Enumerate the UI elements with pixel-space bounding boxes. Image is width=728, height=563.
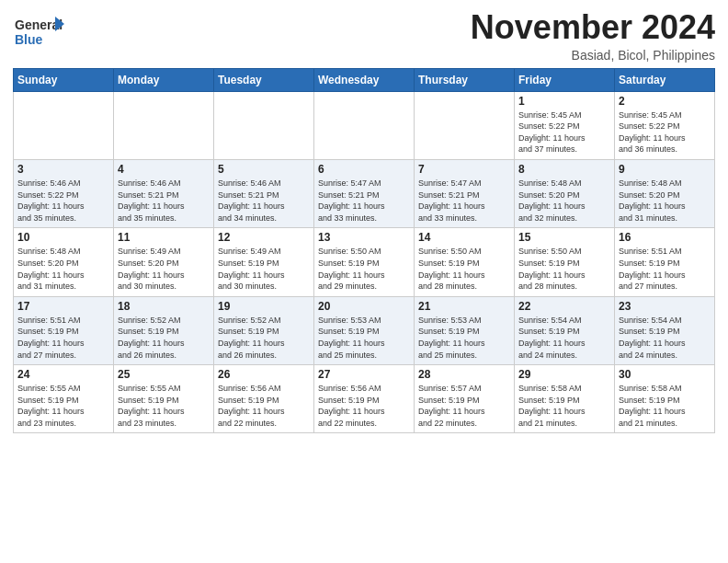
day-number: 28 <box>418 368 510 381</box>
day-number: 27 <box>318 368 410 381</box>
day-info: Sunrise: 5:58 AM Sunset: 5:19 PM Dayligh… <box>518 383 610 429</box>
calendar-table: Sunday Monday Tuesday Wednesday Thursday… <box>13 68 715 434</box>
day-number: 15 <box>518 231 610 244</box>
day-info: Sunrise: 5:45 AM Sunset: 5:22 PM Dayligh… <box>518 109 610 155</box>
day-number: 10 <box>17 231 109 244</box>
table-row: 4Sunrise: 5:46 AM Sunset: 5:21 PM Daylig… <box>114 159 214 227</box>
day-number: 3 <box>17 163 109 176</box>
table-row: 27Sunrise: 5:56 AM Sunset: 5:19 PM Dayli… <box>314 365 415 433</box>
location: Basiad, Bicol, Philippines <box>471 48 715 63</box>
table-row: 14Sunrise: 5:50 AM Sunset: 5:19 PM Dayli… <box>415 228 515 296</box>
table-row: 26Sunrise: 5:56 AM Sunset: 5:19 PM Dayli… <box>214 365 314 433</box>
table-row: 2Sunrise: 5:45 AM Sunset: 5:22 PM Daylig… <box>615 91 715 159</box>
table-row: 18Sunrise: 5:52 AM Sunset: 5:19 PM Dayli… <box>114 296 214 364</box>
day-info: Sunrise: 5:46 AM Sunset: 5:21 PM Dayligh… <box>218 178 310 224</box>
day-number: 9 <box>619 163 711 176</box>
day-info: Sunrise: 5:47 AM Sunset: 5:21 PM Dayligh… <box>418 178 510 224</box>
table-row: 13Sunrise: 5:50 AM Sunset: 5:19 PM Dayli… <box>314 228 415 296</box>
day-number: 2 <box>619 95 711 108</box>
day-number: 26 <box>218 368 310 381</box>
day-info: Sunrise: 5:51 AM Sunset: 5:19 PM Dayligh… <box>17 315 109 361</box>
day-number: 25 <box>118 368 210 381</box>
calendar-week-row: 3Sunrise: 5:46 AM Sunset: 5:22 PM Daylig… <box>14 159 715 227</box>
day-info: Sunrise: 5:50 AM Sunset: 5:19 PM Dayligh… <box>518 246 610 292</box>
day-number: 11 <box>118 231 210 244</box>
day-number: 14 <box>418 231 510 244</box>
day-number: 18 <box>118 300 210 313</box>
day-number: 5 <box>218 163 310 176</box>
day-number: 19 <box>218 300 310 313</box>
day-info: Sunrise: 5:52 AM Sunset: 5:19 PM Dayligh… <box>218 315 310 361</box>
calendar-week-row: 24Sunrise: 5:55 AM Sunset: 5:19 PM Dayli… <box>14 365 715 433</box>
day-info: Sunrise: 5:52 AM Sunset: 5:19 PM Dayligh… <box>118 315 210 361</box>
day-number: 16 <box>619 231 711 244</box>
table-row: 20Sunrise: 5:53 AM Sunset: 5:19 PM Dayli… <box>314 296 415 364</box>
table-row <box>14 91 114 159</box>
day-number: 24 <box>17 368 109 381</box>
day-info: Sunrise: 5:48 AM Sunset: 5:20 PM Dayligh… <box>17 246 109 292</box>
page: General Blue November 2024 Basiad, Bicol… <box>0 0 728 563</box>
day-info: Sunrise: 5:47 AM Sunset: 5:21 PM Dayligh… <box>318 178 410 224</box>
day-info: Sunrise: 5:56 AM Sunset: 5:19 PM Dayligh… <box>318 383 410 429</box>
col-wednesday: Wednesday <box>314 68 415 91</box>
day-info: Sunrise: 5:58 AM Sunset: 5:19 PM Dayligh… <box>619 383 711 429</box>
day-info: Sunrise: 5:53 AM Sunset: 5:19 PM Dayligh… <box>418 315 510 361</box>
col-saturday: Saturday <box>615 68 715 91</box>
day-number: 1 <box>518 95 610 108</box>
day-info: Sunrise: 5:45 AM Sunset: 5:22 PM Dayligh… <box>619 109 711 155</box>
calendar-week-row: 1Sunrise: 5:45 AM Sunset: 5:22 PM Daylig… <box>14 91 715 159</box>
day-number: 12 <box>218 231 310 244</box>
col-sunday: Sunday <box>14 68 114 91</box>
table-row: 30Sunrise: 5:58 AM Sunset: 5:19 PM Dayli… <box>615 365 715 433</box>
day-info: Sunrise: 5:56 AM Sunset: 5:19 PM Dayligh… <box>218 383 310 429</box>
day-info: Sunrise: 5:46 AM Sunset: 5:22 PM Dayligh… <box>17 178 109 224</box>
logo-svg: General Blue <box>13 13 64 52</box>
day-info: Sunrise: 5:54 AM Sunset: 5:19 PM Dayligh… <box>619 315 711 361</box>
calendar-week-row: 17Sunrise: 5:51 AM Sunset: 5:19 PM Dayli… <box>14 296 715 364</box>
day-info: Sunrise: 5:46 AM Sunset: 5:21 PM Dayligh… <box>118 178 210 224</box>
day-number: 13 <box>318 231 410 244</box>
day-number: 20 <box>318 300 410 313</box>
table-row: 22Sunrise: 5:54 AM Sunset: 5:19 PM Dayli… <box>515 296 615 364</box>
day-info: Sunrise: 5:57 AM Sunset: 5:19 PM Dayligh… <box>418 383 510 429</box>
col-thursday: Thursday <box>415 68 515 91</box>
table-row: 15Sunrise: 5:50 AM Sunset: 5:19 PM Dayli… <box>515 228 615 296</box>
table-row: 5Sunrise: 5:46 AM Sunset: 5:21 PM Daylig… <box>214 159 314 227</box>
col-friday: Friday <box>515 68 615 91</box>
table-row: 7Sunrise: 5:47 AM Sunset: 5:21 PM Daylig… <box>415 159 515 227</box>
table-row: 8Sunrise: 5:48 AM Sunset: 5:20 PM Daylig… <box>515 159 615 227</box>
table-row: 3Sunrise: 5:46 AM Sunset: 5:22 PM Daylig… <box>14 159 114 227</box>
day-info: Sunrise: 5:55 AM Sunset: 5:19 PM Dayligh… <box>118 383 210 429</box>
day-info: Sunrise: 5:50 AM Sunset: 5:19 PM Dayligh… <box>418 246 510 292</box>
table-row: 23Sunrise: 5:54 AM Sunset: 5:19 PM Dayli… <box>615 296 715 364</box>
day-number: 23 <box>619 300 711 313</box>
table-row: 25Sunrise: 5:55 AM Sunset: 5:19 PM Dayli… <box>114 365 214 433</box>
day-info: Sunrise: 5:49 AM Sunset: 5:20 PM Dayligh… <box>118 246 210 292</box>
day-info: Sunrise: 5:48 AM Sunset: 5:20 PM Dayligh… <box>619 178 711 224</box>
day-number: 21 <box>418 300 510 313</box>
table-row: 10Sunrise: 5:48 AM Sunset: 5:20 PM Dayli… <box>14 228 114 296</box>
day-info: Sunrise: 5:54 AM Sunset: 5:19 PM Dayligh… <box>518 315 610 361</box>
day-info: Sunrise: 5:53 AM Sunset: 5:19 PM Dayligh… <box>318 315 410 361</box>
table-row <box>214 91 314 159</box>
table-row <box>114 91 214 159</box>
day-number: 4 <box>118 163 210 176</box>
table-row: 19Sunrise: 5:52 AM Sunset: 5:19 PM Dayli… <box>214 296 314 364</box>
day-info: Sunrise: 5:49 AM Sunset: 5:19 PM Dayligh… <box>218 246 310 292</box>
table-row: 21Sunrise: 5:53 AM Sunset: 5:19 PM Dayli… <box>415 296 515 364</box>
table-row: 11Sunrise: 5:49 AM Sunset: 5:20 PM Dayli… <box>114 228 214 296</box>
table-row: 17Sunrise: 5:51 AM Sunset: 5:19 PM Dayli… <box>14 296 114 364</box>
day-info: Sunrise: 5:55 AM Sunset: 5:19 PM Dayligh… <box>17 383 109 429</box>
table-row: 1Sunrise: 5:45 AM Sunset: 5:22 PM Daylig… <box>515 91 615 159</box>
calendar-week-row: 10Sunrise: 5:48 AM Sunset: 5:20 PM Dayli… <box>14 228 715 296</box>
day-number: 6 <box>318 163 410 176</box>
col-monday: Monday <box>114 68 214 91</box>
table-row: 9Sunrise: 5:48 AM Sunset: 5:20 PM Daylig… <box>615 159 715 227</box>
table-row: 29Sunrise: 5:58 AM Sunset: 5:19 PM Dayli… <box>515 365 615 433</box>
day-number: 7 <box>418 163 510 176</box>
table-row: 12Sunrise: 5:49 AM Sunset: 5:19 PM Dayli… <box>214 228 314 296</box>
day-number: 29 <box>518 368 610 381</box>
table-row: 28Sunrise: 5:57 AM Sunset: 5:19 PM Dayli… <box>415 365 515 433</box>
month-title: November 2024 <box>471 9 715 46</box>
table-row: 6Sunrise: 5:47 AM Sunset: 5:21 PM Daylig… <box>314 159 415 227</box>
